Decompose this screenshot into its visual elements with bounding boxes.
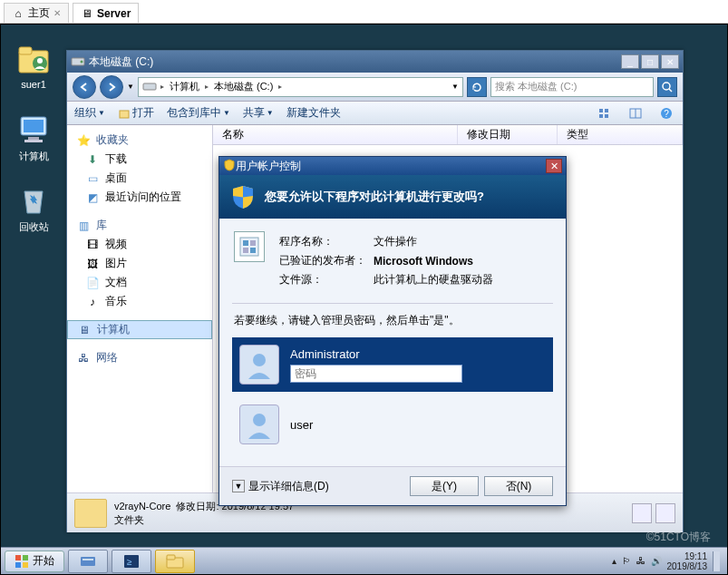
svg-text:≥: ≥ [127,557,132,567]
search-button[interactable] [657,77,677,97]
avatar-icon [239,404,279,444]
refresh-icon [471,81,483,93]
minimize-button[interactable]: _ [621,54,639,69]
user-name: user [290,418,313,432]
tree-recent[interactable]: ◩最近访问的位置 [67,188,212,207]
drive-icon [142,80,157,94]
breadcrumb-seg[interactable]: 计算机 [168,80,201,93]
search-box[interactable]: 搜索 本地磁盘 (C:) [490,77,654,97]
arrow-left-icon [78,81,91,93]
volume-icon[interactable]: 🔊 [651,556,662,566]
share-menu[interactable]: 共享 ▼ [243,105,274,121]
taskbar: 开始 ≥ ▴ 🏳 🖧 🔊 19:11 2019/8/13 [1,547,727,574]
svg-rect-23 [243,240,248,246]
tree-videos[interactable]: 🎞视频 [67,235,212,254]
tree-network[interactable]: 🖧网络 [67,348,212,367]
help-button[interactable]: ? [657,105,675,122]
window-title: 本地磁盘 (C:) [85,54,621,70]
windows-logo-icon [15,554,29,569]
close-icon[interactable]: ✕ [53,8,61,18]
svg-text:?: ? [664,109,669,119]
taskbar-explorer[interactable] [155,550,195,573]
clock[interactable]: 19:11 2019/8/13 [667,551,708,571]
taskbar-servermanager[interactable] [68,550,108,573]
svg-rect-38 [167,555,175,560]
view-button[interactable] [596,105,614,122]
status-kind: 文件夹 [114,513,294,527]
taskbar-powershell[interactable]: ≥ [112,550,151,573]
desktop-icon-computer[interactable]: 计算机 [6,112,61,163]
tree-favorites[interactable]: ⭐收藏夹 [67,131,212,150]
svg-rect-26 [250,248,256,253]
svg-rect-6 [28,137,39,140]
shield-icon [230,184,256,210]
col-modified[interactable]: 修改日期 [458,125,558,144]
host-tab-home[interactable]: ⌂ 主页 ✕ [4,3,69,23]
col-name[interactable]: 名称 [213,125,458,144]
open-icon [118,107,131,120]
icon-label: suer1 [6,79,61,90]
svg-rect-33 [81,557,95,566]
uac-header: 您要允许以下程序对此计算机进行更改吗? [219,175,566,219]
flag-icon[interactable]: 🏳 [622,556,631,566]
user-folder-icon [15,41,52,77]
download-icon: ⬇ [85,152,100,167]
desktop-icon: ▭ [85,171,100,186]
no-button[interactable]: 否(N) [484,476,553,496]
home-icon: ⌂ [12,7,24,20]
breadcrumb-seg[interactable]: 本地磁盘 (C:) [212,80,275,93]
uac-user-other[interactable]: user [232,397,553,452]
refresh-button[interactable] [467,77,487,97]
svg-point-27 [253,354,266,366]
icon-label: 计算机 [6,150,61,163]
col-type[interactable]: 类型 [558,125,683,144]
include-menu[interactable]: 包含到库中 ▼ [167,105,230,121]
search-placeholder: 搜索 本地磁盘 (C:) [495,80,577,93]
svg-rect-13 [120,111,129,118]
status-action-2[interactable] [655,503,675,523]
organize-menu[interactable]: 组织 ▼ [74,105,105,121]
uac-titlebar[interactable]: 用户帐户控制 ✕ [219,157,566,175]
tree-computer[interactable]: 🖥计算机 [67,320,212,339]
tree-libraries[interactable]: ▥库 [67,216,212,235]
forward-button[interactable] [100,75,123,99]
details-toggle[interactable]: ▼显示详细信息(D) [232,479,404,494]
open-button[interactable]: 打开 [118,105,154,121]
password-input[interactable] [290,365,462,383]
network-icon: 🖧 [76,351,91,365]
yes-button[interactable]: 是(Y) [410,476,479,496]
svg-point-3 [37,58,43,63]
host-tab-server[interactable]: 🖥 Server [73,3,139,23]
uac-dialog: 用户帐户控制 ✕ 您要允许以下程序对此计算机进行更改吗? 程序名称：文件操作 已… [218,156,567,506]
start-button[interactable]: 开始 [5,551,64,572]
network-icon[interactable]: 🖧 [636,556,645,566]
tree-desktop[interactable]: ▭桌面 [67,169,212,188]
address-bar[interactable]: ▸ 计算机 ▸ 本地磁盘 (C:) ▸ ▼ [138,77,463,97]
uac-user-admin[interactable]: Administrator [232,337,553,392]
arrow-right-icon [105,81,118,93]
chevron-down-icon[interactable]: ▼ [451,83,459,91]
tree-music[interactable]: ♪音乐 [67,292,212,311]
tree-downloads[interactable]: ⬇下载 [67,150,212,169]
preview-button[interactable] [626,105,645,122]
library-icon: ▥ [76,219,91,233]
desktop-icon-recycle[interactable]: 回收站 [6,182,61,234]
chevron-right-icon: ▸ [278,83,282,91]
show-desktop-button[interactable] [713,551,720,571]
explorer-titlebar[interactable]: 本地磁盘 (C:) _ □ ✕ [67,51,683,73]
icon-label: 回收站 [6,220,61,234]
svg-rect-14 [599,109,603,112]
tree-pictures[interactable]: 🖼图片 [67,254,212,273]
close-button[interactable]: ✕ [661,54,679,69]
close-button[interactable]: ✕ [546,159,562,173]
newfolder-button[interactable]: 新建文件夹 [286,105,341,121]
desktop-icon-user[interactable]: suer1 [6,41,61,90]
back-button[interactable] [73,75,96,99]
tray-expand-icon[interactable]: ▴ [612,556,616,566]
maximize-button[interactable]: □ [641,54,659,69]
status-name: v2rayN-Core [114,501,170,512]
status-label: 修改日期: [176,501,218,512]
tree-documents[interactable]: 📄文档 [67,273,212,292]
history-dropdown-icon[interactable]: ▼ [127,83,134,91]
status-action-1[interactable] [632,503,652,523]
